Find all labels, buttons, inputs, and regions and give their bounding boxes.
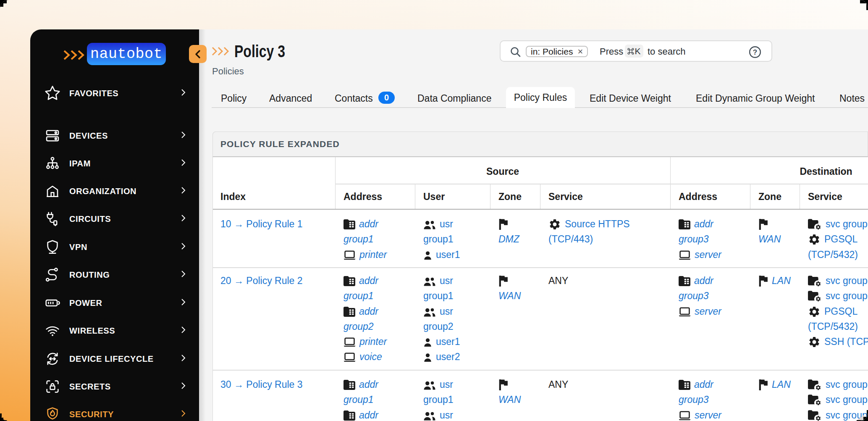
svg-text:?: ? — [753, 48, 757, 56]
